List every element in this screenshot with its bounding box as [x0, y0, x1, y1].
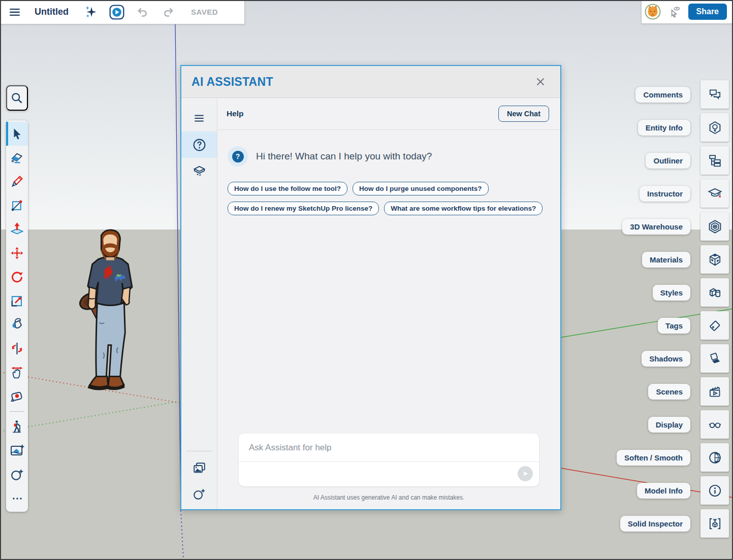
dock-row-soften-smooth: Soften / Smooth [617, 443, 729, 472]
tutorial-play-button[interactable] [109, 4, 125, 20]
left-toolbar [6, 120, 28, 512]
shapes-icon [10, 198, 24, 213]
dock-button-instructor[interactable] [700, 179, 729, 208]
paint-bucket-icon [10, 317, 24, 332]
ai-rail-help-tab[interactable] [181, 131, 217, 158]
dock-button-entity-info[interactable] [700, 113, 729, 142]
undo-icon [136, 6, 149, 19]
tool-tape-measure[interactable] [6, 384, 28, 408]
orbit-icon [10, 341, 24, 356]
suggestion-chip[interactable]: How do I use the follow me tool? [228, 182, 347, 195]
tool-select[interactable] [6, 122, 28, 146]
dock-button-scenes[interactable] [700, 377, 729, 406]
dock-label-3d-warehouse[interactable]: 3D Warehouse [622, 219, 690, 235]
ai-rail-menu-button[interactable] [181, 105, 217, 131]
send-button[interactable] [518, 466, 533, 481]
account-avatar[interactable] [645, 4, 661, 20]
pencil-icon [10, 174, 24, 189]
menu-icon [193, 112, 206, 125]
tool-eraser[interactable] [6, 146, 28, 170]
dock-label-model-info[interactable]: Model Info [637, 483, 690, 499]
dock-button-soften-smooth[interactable] [700, 443, 729, 472]
right-panel-dock: Comments Entity Info Outliner Instructor… [617, 80, 729, 538]
tool-walk[interactable] [6, 415, 28, 439]
assistant-avatar: ? [228, 146, 248, 167]
top-right-toolbar: Share [641, 0, 733, 24]
top-toolbar: Untitled SAVED [0, 0, 245, 24]
solid-inspector-icon [708, 516, 722, 531]
dock-button-materials[interactable] [700, 245, 729, 274]
presence-pointer-button[interactable] [668, 5, 681, 18]
new-chat-button[interactable]: New Chat [498, 106, 549, 122]
dock-button-model-info[interactable] [700, 476, 729, 505]
tool-pan[interactable] [6, 360, 28, 384]
redo-button[interactable] [162, 6, 175, 19]
ai-sparkles-button[interactable] [84, 5, 99, 19]
dock-row-styles: Styles [617, 278, 729, 307]
dock-label-materials[interactable]: Materials [642, 252, 690, 268]
eraser-icon [10, 150, 24, 165]
suggestion-chip[interactable]: How do I renew my SketchUp Pro license? [228, 202, 379, 215]
dock-button-styles[interactable] [700, 278, 729, 307]
tool-scale[interactable] [6, 289, 28, 313]
assistant-input[interactable] [239, 434, 539, 453]
dock-label-instructor[interactable]: Instructor [640, 186, 690, 202]
tool-shapes[interactable] [6, 193, 28, 217]
avatar-cat-icon [645, 4, 661, 20]
instructor-icon [708, 186, 722, 201]
question-mark-icon: ? [232, 151, 244, 162]
dock-button-shadows[interactable] [700, 344, 729, 373]
undo-button[interactable] [136, 6, 149, 19]
suggestion-chip[interactable]: How do I purge unused components? [353, 182, 489, 195]
tool-push-pull[interactable] [6, 217, 28, 241]
comments-icon [708, 87, 722, 102]
dock-label-tags[interactable]: Tags [658, 318, 690, 334]
tool-more[interactable] [6, 486, 28, 510]
share-button[interactable]: Share [688, 4, 727, 20]
dock-label-scenes[interactable]: Scenes [648, 384, 690, 400]
ai-generate-icon [10, 467, 24, 482]
dock-label-styles[interactable]: Styles [653, 285, 690, 301]
display-icon [708, 417, 722, 432]
dock-label-entity-info[interactable]: Entity Info [638, 120, 690, 136]
tool-ai-image-to-model[interactable] [6, 439, 28, 463]
tool-ai-generate[interactable] [6, 463, 28, 486]
tool-move[interactable] [6, 241, 28, 265]
search-tools-button[interactable] [6, 85, 28, 111]
dock-label-shadows[interactable]: Shadows [642, 351, 690, 367]
dock-button-outliner[interactable] [700, 146, 729, 175]
suggestion-chips: How do I use the follow me tool? How do … [228, 182, 550, 215]
ai-rail-lens-button[interactable] [186, 481, 212, 506]
outliner-icon [708, 153, 722, 168]
dock-label-outliner[interactable]: Outliner [646, 153, 690, 169]
search-icon [10, 91, 24, 106]
rotate-icon [10, 270, 24, 284]
suggestion-chip[interactable]: What are some workflow tips for elevatio… [384, 202, 543, 215]
tool-paint-bucket[interactable] [6, 313, 28, 337]
dock-button-comments[interactable] [700, 80, 729, 109]
dock-button-display[interactable] [700, 410, 729, 439]
composer-divider [239, 462, 539, 462]
dock-button-tags[interactable] [700, 311, 729, 340]
dock-row-scenes: Scenes [617, 377, 729, 406]
scenes-icon [708, 384, 722, 399]
tool-orbit[interactable] [6, 337, 28, 360]
tool-rotate[interactable] [6, 265, 28, 289]
dock-label-display[interactable]: Display [648, 417, 690, 433]
dock-label-comments[interactable]: Comments [635, 87, 690, 103]
help-icon [192, 138, 207, 152]
dock-row-instructor: Instructor [617, 179, 729, 208]
dock-label-soften-smooth[interactable]: Soften / Smooth [617, 450, 690, 466]
walk-icon [10, 419, 24, 434]
dock-button-3d-warehouse[interactable] [700, 212, 729, 241]
tool-pencil[interactable] [6, 170, 28, 193]
dock-label-solid-inspector[interactable]: Solid Inspector [620, 516, 690, 532]
more-tools-icon [11, 492, 24, 505]
ai-rail-images-button[interactable] [186, 455, 212, 481]
close-button[interactable] [531, 75, 550, 89]
dock-button-solid-inspector[interactable] [700, 509, 729, 538]
3d-warehouse-icon [708, 219, 722, 234]
save-status: SAVED [191, 8, 218, 16]
ai-rail-layers-tab[interactable] [181, 158, 217, 184]
main-menu-button[interactable] [8, 6, 21, 19]
